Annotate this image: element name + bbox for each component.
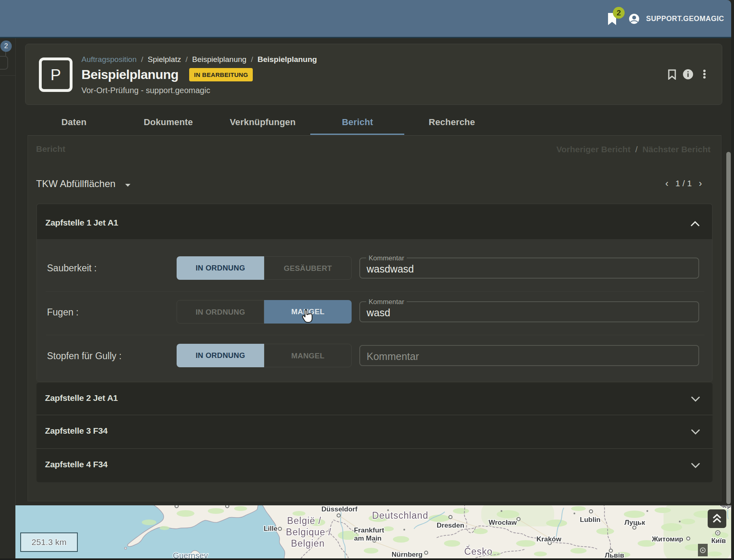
svg-text:Frankfurt: Frankfurt	[354, 526, 384, 534]
svg-text:Nürnberg: Nürnberg	[392, 551, 423, 558]
svg-text:Dresden: Dresden	[437, 522, 464, 529]
svg-text:Lublin: Lublin	[580, 516, 601, 524]
svg-text:Київ: Київ	[711, 537, 726, 545]
svg-text:Львів: Львів	[605, 551, 624, 558]
svg-text:Guernsey: Guernsey	[173, 551, 208, 558]
svg-text:Луцьк: Луцьк	[625, 519, 645, 526]
svg-text:251.3 km: 251.3 km	[32, 537, 66, 547]
svg-text:Wrocław: Wrocław	[489, 519, 517, 526]
svg-text:Kraków: Kraków	[536, 535, 561, 543]
svg-text:België /: België /	[287, 515, 322, 526]
svg-text:Belgique /: Belgique /	[286, 527, 331, 537]
svg-text:Düsseldorf: Düsseldorf	[322, 505, 358, 513]
svg-text:Česko: Česko	[464, 546, 493, 557]
svg-text:am Main: am Main	[354, 534, 382, 542]
svg-text:Belgien: Belgien	[291, 538, 325, 549]
svg-text:Чернігів: Чернігів	[720, 505, 731, 509]
svg-text:Lille: Lille	[264, 525, 277, 532]
svg-text:Житомир: Житомир	[651, 535, 683, 543]
svg-text:Deutschland: Deutschland	[372, 510, 429, 521]
